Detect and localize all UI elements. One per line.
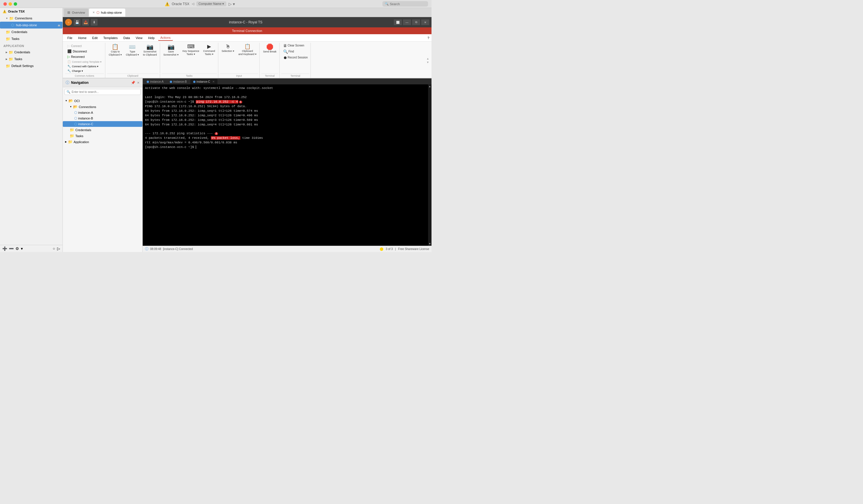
copy-to-clipboard-button[interactable]: 📋 Copy toClipboard ▾ [107, 43, 124, 57]
rts-icon-btn-arrow[interactable]: ⬇ [91, 19, 98, 26]
tree-item-nav-tasks[interactable]: 📁 Tasks [63, 133, 142, 139]
change-button[interactable]: 🔧 Change ▾ [66, 69, 103, 73]
rts-titlebar: ○ 💾 📤 ⬇ instance-C - Royal TS ⬜ — ⧉ ✕ [63, 17, 432, 27]
terminal-buttons: 🛑 Send Break [261, 43, 278, 74]
sidebar-item-default-settings[interactable]: 📁 Default Settings [0, 62, 62, 69]
connect-button[interactable]: ▷ Connect [66, 43, 103, 49]
terminal-display[interactable]: Activate the web console with: systemctl… [143, 85, 428, 246]
scroll-up-arrow[interactable]: ▲ [428, 85, 432, 88]
type-clipboard-label: TypeClipboard ▾ [126, 50, 139, 56]
tree-item-oci[interactable]: ▼ 📂 OCI [63, 98, 142, 104]
connect-options-label: Connect with Options ▾ [72, 65, 99, 68]
record-session-label: Record Session [288, 56, 308, 59]
app-expand-icon: ▶ [65, 141, 67, 143]
rts-btn-minimize[interactable]: — [403, 20, 411, 25]
menu-edit[interactable]: Edit [90, 35, 100, 40]
tab-close-x[interactable]: ✕ [92, 11, 95, 14]
sidebar-item-app-tasks[interactable]: ▶ 📁 Tasks [0, 55, 62, 62]
terminal-line-9: 64 bytes from 172.16.0.252: icmp_seq=4 t… [145, 122, 426, 127]
rts-btn-maximize-content[interactable]: ⬜ [394, 20, 402, 25]
sidebar-item-app-credentials[interactable]: ▶ 📁 Credentials [0, 49, 62, 55]
menu-actions[interactable]: Actions [158, 35, 173, 41]
type-clipboard-button[interactable]: ⌨️ TypeClipboard ▾ [124, 43, 141, 57]
rts-icon-btn-save[interactable]: 💾 [74, 19, 80, 26]
term-tab-instance-b[interactable]: instance-B [167, 79, 189, 85]
selection-button[interactable]: 🖱 Selection ▾ [220, 43, 236, 54]
sidebar-item-connections[interactable]: ▼ 📁 Connections [0, 15, 62, 22]
nav-search-icon: 🔍 [66, 90, 71, 94]
mac-minimize-button[interactable] [9, 2, 12, 6]
terminal-line-13: rtt min/avg/max/mdev = 0.496/0.560/0.601… [145, 141, 426, 145]
tree-item-instance-b[interactable]: ⬡ instance-B [63, 115, 142, 121]
scroll-down-arrow[interactable]: ▼ [428, 242, 432, 246]
menu-view[interactable]: View [133, 35, 145, 40]
tree-item-instance-a[interactable]: ⬡ instance-A [63, 110, 142, 115]
term-tab-instance-a[interactable]: instance-A [144, 79, 166, 85]
rts-btn-close[interactable]: ✕ [421, 20, 429, 25]
expand-icon: ▼ [6, 17, 8, 20]
tree-item-application[interactable]: ▶ 📁 Application [63, 139, 142, 145]
help-icon[interactable]: ? [427, 36, 429, 40]
minus-icon[interactable]: ➖ [9, 246, 14, 251]
play-small-icon[interactable]: ▷ [57, 246, 60, 251]
mac-close-button[interactable] [3, 2, 7, 6]
sidebar-item-credentials[interactable]: 📁 Credentials [0, 28, 62, 35]
ribbon-scroll-down[interactable]: ▼ [426, 61, 429, 64]
menu-data[interactable]: Data [121, 35, 132, 40]
sidebar-label-app-tasks: Tasks [14, 57, 22, 61]
clipboard-buttons: 📋 Copy toClipboard ▾ ⌨️ TypeClipboard ▾ … [107, 43, 159, 74]
settings-icon[interactable]: ⚙ [15, 246, 19, 251]
disconnect-button[interactable]: ⬛ Disconnect [66, 49, 103, 54]
ribbon-scroll-up[interactable]: ▲ [426, 57, 429, 60]
right-content: ⊞ Overview ✕ ⬡ hub-step-stone ○ 💾 📤 ⬇ in… [63, 8, 432, 252]
ribbon-group-terminal: 🛑 Send Break Terminal [260, 43, 280, 78]
term-tab-close-c[interactable]: ✕ [212, 80, 215, 83]
nav-search-input[interactable] [72, 90, 139, 93]
connect-template-button[interactable]: 📋 Connect using Template ▾ [66, 60, 103, 64]
down-icon[interactable]: ▾ [21, 246, 23, 251]
sidebar-item-hub-step-stone[interactable]: ⬡ hub-step-stone ⏏ [0, 22, 62, 28]
folder-icon-app-credentials: 📁 [9, 50, 13, 54]
record-session-button[interactable]: ⏺ Record Session [282, 55, 310, 61]
rts-btn-restore[interactable]: ⧉ [412, 20, 420, 25]
nav-pin-icon[interactable]: 📌 [131, 81, 135, 85]
reconnect-button[interactable]: ▷ Reconnect [66, 54, 103, 59]
mac-maximize-button[interactable] [14, 2, 17, 6]
command-tasks-button[interactable]: ▶ CommandTasks ▾ [201, 43, 217, 57]
tree-item-instance-c[interactable]: ⬡ instance-C [63, 121, 142, 127]
mac-search[interactable]: 🔍 Search [383, 1, 428, 7]
screenshot-to-clipboard-button[interactable]: 📷 Screenshotto Clipboard [141, 43, 159, 57]
key-sequence-button[interactable]: ⌨ Key SequenceTasks ▾ [181, 43, 201, 57]
clear-screen-button[interactable]: 🖥 Clear Screen [282, 43, 310, 49]
send-break-button[interactable]: 🛑 Send Break [261, 43, 278, 54]
save-screenshot-button[interactable]: 📷 SaveScreenshot ▾ [162, 43, 180, 57]
term-tab-instance-c[interactable]: instance-C ✕ [190, 79, 218, 85]
mac-window-controls[interactable] [3, 2, 17, 6]
menu-home[interactable]: Home [76, 35, 89, 40]
eject-icon[interactable]: ⏏ [58, 24, 60, 27]
sidebar-label-app-credentials: Credentials [14, 50, 30, 54]
menu-file[interactable]: File [65, 35, 75, 40]
nav-search[interactable]: 🔍 [64, 89, 141, 95]
terminal-scrollbar[interactable]: ▲ ▼ [428, 85, 432, 246]
nav-close-icon[interactable]: ✕ [137, 81, 140, 85]
nav-back-icon[interactable]: ◁ [192, 2, 194, 6]
star-icon[interactable]: ☆ [52, 247, 55, 250]
computer-name-dropdown[interactable]: Computer Name ▾ [196, 1, 227, 6]
sidebar-item-tasks[interactable]: 📁 Tasks [0, 35, 62, 42]
tab-overview[interactable]: ⊞ Overview [64, 9, 88, 16]
rts-icon-btn-home[interactable]: ○ [65, 19, 72, 26]
add-icon[interactable]: ➕ [2, 246, 7, 251]
sidebar-item-oracle-tsx[interactable]: ⚠️ Oracle TSX [0, 8, 62, 15]
tab-hub-step-stone[interactable]: ✕ ⬡ hub-step-stone [89, 9, 125, 16]
copy-clipboard-label: Copy toClipboard ▾ [109, 50, 122, 56]
menu-templates[interactable]: Templates [101, 35, 120, 40]
tree-item-connections[interactable]: ▼ 📂 Connections [63, 104, 142, 110]
menu-help[interactable]: Help [146, 35, 157, 40]
connect-options-button[interactable]: 🔧 Connect with Options ▾ [66, 64, 103, 68]
rts-icon-btn-export[interactable]: 📤 [82, 19, 89, 26]
play-icon[interactable]: ▷ ▾ [229, 2, 235, 6]
find-button[interactable]: 🔍 Find [282, 49, 310, 54]
clipboard-keyboard-button[interactable]: 📋 Clipboardand Keyboard ▾ [237, 43, 258, 57]
tree-item-nav-credentials[interactable]: 📁 Credentials [63, 127, 142, 133]
